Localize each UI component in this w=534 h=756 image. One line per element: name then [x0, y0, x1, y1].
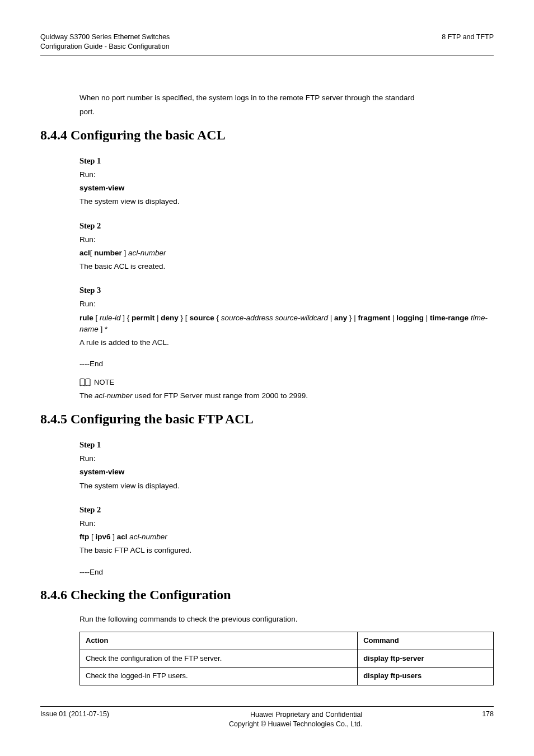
step-run: Run:	[79, 298, 494, 310]
heading-846: 8.4.6 Checking the Configuration	[40, 587, 494, 603]
step-label: Step 2	[79, 504, 494, 516]
table-row: Check the logged-in FTP users. display f…	[80, 668, 494, 685]
step-label: Step 1	[79, 155, 494, 167]
doc-title-line2: Configuration Guide - Basic Configuratio…	[40, 42, 170, 52]
command-text: system-view	[79, 184, 124, 192]
intro-paragraph: When no port number is specified, the sy…	[79, 92, 494, 118]
footer-issue: Issue 01 (2011-07-15)	[40, 710, 109, 729]
heading-844: 8.4.4 Configuring the basic ACL	[40, 128, 494, 143]
command-line: rule [ rule-id ] { permit | deny } [ sou…	[79, 312, 494, 335]
note-label: NOTE	[94, 377, 114, 388]
step-label: Step 2	[79, 220, 494, 232]
page-header: Quidway S3700 Series Ethernet Switches C…	[40, 32, 494, 52]
step-run: Run:	[79, 169, 494, 180]
section-intro: Run the following commands to check the …	[79, 614, 494, 625]
footer-page-number: 178	[482, 710, 494, 729]
footer-proprietary: Huawei Proprietary and Confidential	[229, 710, 362, 720]
step-label: Step 3	[79, 284, 494, 296]
command-text: system-view	[79, 468, 124, 476]
end-marker: ----End	[79, 358, 494, 370]
table-cell: Check the configuration of the FTP serve…	[80, 650, 358, 668]
step-description: The basic ACL is created.	[79, 261, 494, 272]
table-header: Command	[358, 632, 494, 650]
note-box: NOTE The acl-number used for FTP Server …	[79, 377, 494, 402]
step-run: Run:	[79, 518, 494, 529]
step-label: Step 1	[79, 439, 494, 451]
command-line: acl[ number ] acl-number	[79, 248, 494, 259]
heading-845: 8.4.5 Configuring the basic FTP ACL	[40, 412, 494, 427]
table-cell: Check the logged-in FTP users.	[80, 668, 358, 685]
command-table: Action Command Check the configuration o…	[79, 632, 494, 686]
step-description: A rule is added to the ACL.	[79, 337, 494, 348]
step-description: The system view is displayed.	[79, 480, 494, 492]
command-line: ftp [ ipv6 ] acl acl-number	[79, 531, 494, 543]
page-footer: Issue 01 (2011-07-15) Huawei Proprietary…	[40, 706, 494, 729]
footer-copyright: Copyright © Huawei Technologies Co., Ltd…	[229, 720, 362, 729]
table-row: Check the configuration of the FTP serve…	[80, 650, 494, 668]
table-cell: display ftp-server	[358, 650, 494, 668]
step-description: The system view is displayed.	[79, 196, 494, 207]
doc-title-line1: Quidway S3700 Series Ethernet Switches	[40, 32, 170, 42]
chapter-label: 8 FTP and TFTP	[442, 32, 494, 52]
book-icon	[79, 378, 91, 387]
table-cell: display ftp-users	[358, 668, 494, 685]
step-run: Run:	[79, 453, 494, 464]
step-description: The basic FTP ACL is configured.	[79, 545, 494, 556]
table-header: Action	[80, 632, 358, 650]
step-run: Run:	[79, 234, 494, 245]
end-marker: ----End	[79, 567, 494, 578]
